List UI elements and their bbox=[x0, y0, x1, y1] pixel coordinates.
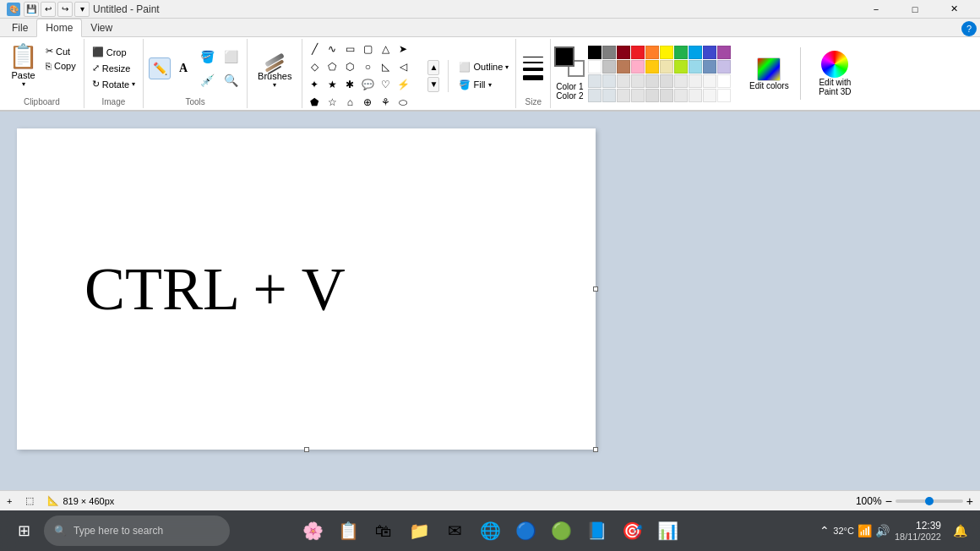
quick-redo-btn[interactable]: ↪ bbox=[57, 2, 73, 17]
color-swatch[interactable] bbox=[617, 60, 630, 74]
shape-more1[interactable]: ⬟ bbox=[306, 94, 323, 111]
tray-network[interactable]: 📶 bbox=[858, 524, 872, 537]
maximize-button[interactable]: □ bbox=[896, 0, 934, 19]
shape-ellipse[interactable]: ○ bbox=[359, 58, 376, 75]
shape-more2[interactable]: ☆ bbox=[324, 94, 340, 111]
selection-btn[interactable]: ⬚ bbox=[25, 495, 34, 506]
rotate-button[interactable]: ↻ Rotate ▾ bbox=[90, 77, 138, 91]
paste-button[interactable]: 📋 Paste ▾ bbox=[5, 41, 41, 90]
shape-roundrect[interactable]: ▢ bbox=[359, 41, 376, 57]
shape-curve[interactable]: ∿ bbox=[324, 41, 340, 57]
shape-heart[interactable]: ♡ bbox=[377, 76, 394, 93]
color-swatch[interactable] bbox=[717, 89, 731, 102]
color-swatch[interactable] bbox=[588, 60, 602, 74]
color-swatch[interactable] bbox=[703, 60, 716, 74]
color-swatch[interactable] bbox=[717, 60, 731, 74]
shape-more6[interactable]: ⬭ bbox=[395, 94, 411, 111]
color-swatch[interactable] bbox=[617, 74, 630, 88]
size-line-2[interactable] bbox=[523, 62, 543, 63]
main-canvas-area[interactable]: CTRL + V bbox=[0, 112, 980, 490]
shape-star5[interactable]: ★ bbox=[324, 76, 340, 93]
quick-dropdown-btn[interactable]: ▾ bbox=[74, 2, 90, 17]
help-button[interactable]: ? bbox=[961, 21, 977, 36]
shape-more4[interactable]: ⊕ bbox=[359, 94, 376, 111]
color-swatch[interactable] bbox=[674, 60, 688, 74]
tray-volume[interactable]: 🔊 bbox=[875, 524, 890, 537]
color-swatch[interactable] bbox=[703, 89, 716, 102]
shape-more3[interactable]: ⌂ bbox=[341, 94, 358, 111]
resize-handle-corner[interactable] bbox=[593, 447, 598, 452]
shape-tri[interactable]: △ bbox=[377, 41, 394, 57]
color-swatch[interactable] bbox=[631, 46, 645, 59]
brushes-button[interactable]: Brushes ▾ bbox=[253, 56, 297, 90]
shape-rect[interactable]: ▭ bbox=[341, 41, 358, 57]
add-btn[interactable]: + bbox=[7, 496, 12, 506]
shape-more5[interactable]: ⚘ bbox=[377, 94, 394, 111]
color-swatch[interactable] bbox=[631, 74, 645, 88]
taskbar-word[interactable]: 📘 bbox=[580, 514, 613, 548]
fill-button[interactable]: 🪣 Fill ▾ bbox=[455, 78, 512, 92]
pencil-tool[interactable]: ✏️ bbox=[149, 57, 171, 79]
color-swatch[interactable] bbox=[588, 46, 602, 59]
taskbar-mail[interactable]: ✉ bbox=[438, 514, 471, 548]
color-swatch[interactable] bbox=[645, 89, 659, 102]
notification-button[interactable]: 🔔 bbox=[946, 514, 973, 548]
size-line-1[interactable] bbox=[523, 57, 543, 57]
color-swatch[interactable] bbox=[660, 60, 673, 74]
taskbar-cortana[interactable]: 🌸 bbox=[296, 514, 329, 548]
color-swatch[interactable] bbox=[717, 46, 731, 59]
taskbar-app10[interactable]: 🎯 bbox=[615, 514, 649, 548]
color-swatch[interactable] bbox=[674, 46, 688, 59]
zoom-slider[interactable] bbox=[896, 499, 963, 503]
shape-arrow-left[interactable]: ◁ bbox=[395, 58, 411, 75]
color-swatch[interactable] bbox=[588, 74, 602, 88]
color-swatch[interactable] bbox=[689, 46, 702, 59]
color-swatch[interactable] bbox=[660, 74, 673, 88]
color-swatch[interactable] bbox=[588, 89, 602, 102]
color-swatch[interactable] bbox=[689, 60, 702, 74]
shape-star4[interactable]: ✦ bbox=[306, 76, 323, 93]
shape-arrow-right[interactable]: ➤ bbox=[395, 41, 411, 57]
color-swatch[interactable] bbox=[717, 74, 731, 88]
tray-chevron[interactable]: ⌃ bbox=[819, 524, 830, 537]
color-swatch[interactable] bbox=[602, 89, 616, 102]
color1-swatch[interactable] bbox=[554, 46, 574, 67]
shape-line[interactable]: ╱ bbox=[306, 41, 323, 57]
taskbar-chrome2[interactable]: 🟢 bbox=[544, 514, 578, 548]
start-button[interactable]: ⊞ bbox=[7, 514, 41, 548]
close-button[interactable]: ✕ bbox=[934, 0, 973, 19]
size-line-4[interactable] bbox=[523, 75, 543, 80]
color-swatch[interactable] bbox=[645, 74, 659, 88]
taskbar-edge[interactable]: 🌐 bbox=[473, 514, 507, 548]
color-swatch[interactable] bbox=[674, 89, 688, 102]
shape-hex[interactable]: ⬡ bbox=[341, 58, 358, 75]
color-swatch[interactable] bbox=[660, 89, 673, 102]
resize-button[interactable]: ⤢ Resize bbox=[90, 61, 138, 75]
shapes-scroll-up[interactable]: ▲ bbox=[427, 60, 439, 75]
edit-colors-button[interactable]: Edit colors bbox=[744, 54, 793, 94]
cut-button[interactable]: ✂ Cut bbox=[43, 44, 79, 58]
taskbar-task-view[interactable]: 📋 bbox=[331, 514, 365, 548]
tab-view[interactable]: View bbox=[82, 19, 121, 36]
minimize-button[interactable]: − bbox=[857, 0, 896, 19]
color-swatch[interactable] bbox=[645, 60, 659, 74]
clock[interactable]: 12:39 18/11/2022 bbox=[895, 520, 941, 542]
taskbar-explorer[interactable]: 📁 bbox=[402, 514, 436, 548]
zoom-in-btn[interactable]: + bbox=[966, 494, 973, 508]
size-line-3[interactable] bbox=[523, 68, 543, 71]
color-swatch[interactable] bbox=[631, 89, 645, 102]
resize-handle-right[interactable] bbox=[593, 286, 598, 292]
color-swatch[interactable] bbox=[660, 46, 673, 59]
taskbar-store[interactable]: 🛍 bbox=[367, 514, 400, 548]
color-swatch[interactable] bbox=[602, 46, 616, 59]
tab-home[interactable]: Home bbox=[36, 19, 82, 37]
color-swatch[interactable] bbox=[631, 60, 645, 74]
edit-paint3d-button[interactable]: Edit with Paint 3D bbox=[808, 47, 862, 100]
color-swatch[interactable] bbox=[617, 89, 630, 102]
quick-undo-btn[interactable]: ↩ bbox=[41, 2, 56, 17]
color-swatch[interactable] bbox=[617, 46, 630, 59]
shapes-scroll-down[interactable]: ▼ bbox=[427, 77, 439, 92]
color-swatch[interactable] bbox=[703, 46, 716, 59]
shape-pentagon[interactable]: ⬠ bbox=[324, 58, 340, 75]
color-swatch[interactable] bbox=[674, 74, 688, 88]
